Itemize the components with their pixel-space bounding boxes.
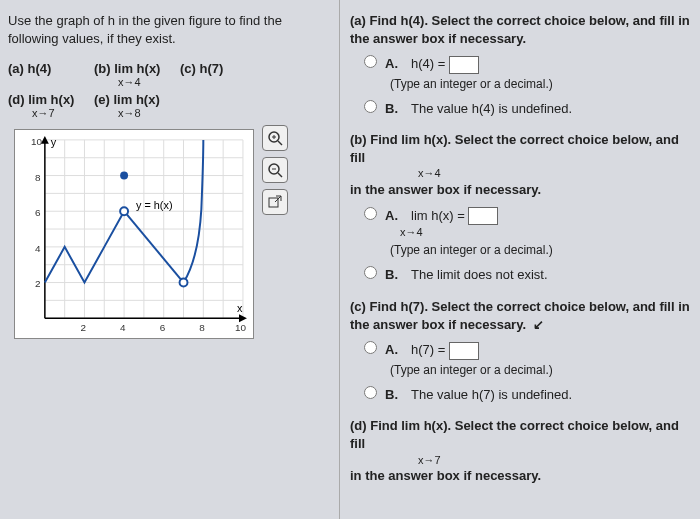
part-e: (e) lim h(x) x→8 <box>94 92 164 119</box>
graph-container: y x y = h(x) 108642 246810 <box>14 129 331 342</box>
curve-label: y = h(x) <box>136 199 173 211</box>
main-prompt: Use the graph of h in the given figure t… <box>8 12 331 47</box>
left-panel: Use the graph of h in the given figure t… <box>0 0 340 519</box>
question-d: (d) Find lim h(x). Select the correct ch… <box>350 417 690 484</box>
qb-prompt-l1: (b) Find lim h(x). Select the correct ch… <box>350 131 690 166</box>
qc-answer-input[interactable] <box>449 342 479 360</box>
svg-rect-46 <box>269 198 278 207</box>
x-axis-label: x <box>237 302 243 314</box>
parts-row-1: (a) h(4) (b) lim h(x) x→4 (c) h(7) <box>8 61 331 88</box>
svg-text:10: 10 <box>31 136 43 147</box>
parts-row-2: (d) lim h(x) x→7 (e) lim h(x) x→8 <box>8 92 331 119</box>
popout-icon[interactable] <box>262 189 288 215</box>
svg-point-38 <box>120 172 128 180</box>
part-a: (a) h(4) <box>8 61 78 76</box>
qb-radio-b[interactable] <box>364 266 377 279</box>
qb-answer-input[interactable] <box>468 207 498 225</box>
qa-answer-input[interactable] <box>449 56 479 74</box>
zoom-out-icon[interactable] <box>262 157 288 183</box>
part-b: (b) lim h(x) x→4 <box>94 61 164 88</box>
qd-prompt-l1: (d) Find lim h(x). Select the correct ch… <box>350 417 690 452</box>
svg-text:4: 4 <box>35 243 41 254</box>
qa-prompt: (a) Find h(4). Select the correct choice… <box>350 12 690 47</box>
svg-text:4: 4 <box>120 322 126 333</box>
svg-line-40 <box>278 141 282 145</box>
qa-radio-b[interactable] <box>364 100 377 113</box>
part-c: (c) h(7) <box>180 61 250 76</box>
svg-line-44 <box>278 173 282 177</box>
cursor-icon: ↙ <box>530 317 545 332</box>
svg-text:6: 6 <box>160 322 166 333</box>
qa-radio-a[interactable] <box>364 55 377 68</box>
svg-text:2: 2 <box>81 322 87 333</box>
part-d: (d) lim h(x) x→7 <box>8 92 78 119</box>
graph-toolbar <box>262 125 288 215</box>
question-b: (b) Find lim h(x). Select the correct ch… <box>350 131 690 284</box>
right-panel: (a) Find h(4). Select the correct choice… <box>340 0 700 519</box>
qb-radio-a[interactable] <box>364 207 377 220</box>
svg-point-36 <box>120 207 128 215</box>
zoom-in-icon[interactable] <box>262 125 288 151</box>
graph-svg: y x y = h(x) 108642 246810 <box>14 129 254 339</box>
svg-text:8: 8 <box>199 322 205 333</box>
y-axis-label: y <box>51 136 57 148</box>
question-a: (a) Find h(4). Select the correct choice… <box>350 12 690 117</box>
svg-text:8: 8 <box>35 172 41 183</box>
question-c: (c) Find h(7). Select the correct choice… <box>350 298 690 403</box>
svg-point-37 <box>180 279 188 287</box>
svg-text:2: 2 <box>35 279 41 290</box>
qc-radio-b[interactable] <box>364 386 377 399</box>
svg-text:6: 6 <box>35 207 41 218</box>
qc-radio-a[interactable] <box>364 341 377 354</box>
qc-prompt: (c) Find h(7). Select the correct choice… <box>350 298 690 333</box>
svg-text:10: 10 <box>235 322 247 333</box>
